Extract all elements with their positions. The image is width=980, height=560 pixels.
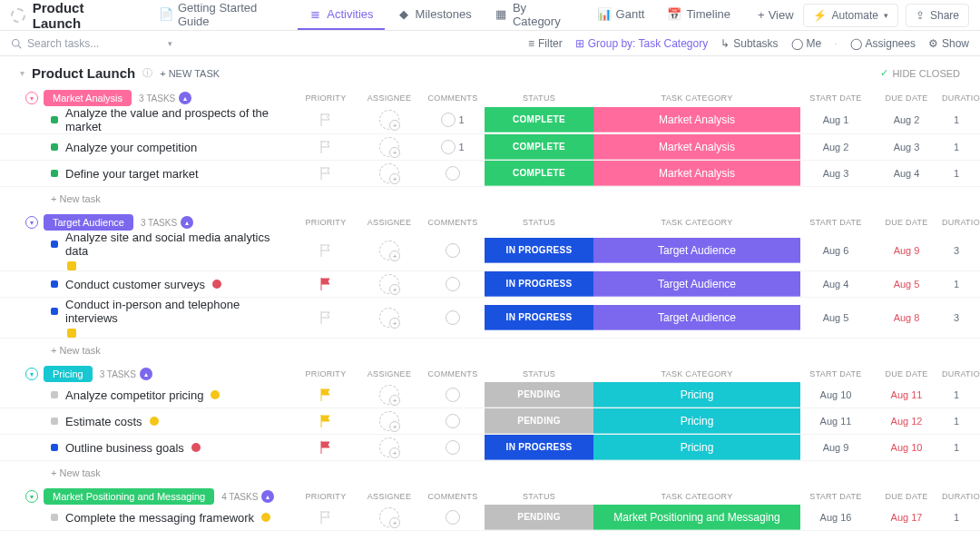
status-pill[interactable]: IN PROGRESS — [485, 271, 593, 297]
task-row[interactable]: Analyze site and social media analytics … — [0, 231, 980, 271]
priority-cell[interactable] — [294, 107, 358, 133]
task-row[interactable]: Analyze your competition1COMPLETEMarket … — [0, 134, 980, 161]
status-pill[interactable]: COMPLETE — [485, 161, 593, 186]
new-task-row[interactable]: + New task — [0, 461, 980, 485]
sort-icon[interactable]: ▴ — [261, 490, 274, 503]
info-icon[interactable]: ⓘ — [142, 66, 152, 80]
due-date-cell[interactable]: Aug 12 — [871, 408, 942, 434]
assignee-cell[interactable] — [358, 408, 421, 434]
due-date-cell[interactable]: Aug 2 — [871, 107, 942, 133]
col-priority[interactable]: PRIORITY — [294, 93, 358, 103]
category-pill[interactable]: Market Analysis — [593, 107, 800, 133]
col-status[interactable]: STATUS — [485, 218, 593, 227]
col-comments[interactable]: COMMENTS — [421, 93, 485, 103]
due-date-cell[interactable]: Aug 17 — [871, 505, 942, 530]
group-name-pill[interactable]: Market Positioning and Messaging — [44, 488, 214, 505]
col-due-date[interactable]: DUE DATE — [871, 369, 942, 378]
duration-cell[interactable]: 1 — [942, 161, 980, 186]
assignee-cell[interactable] — [358, 271, 421, 297]
new-task-row[interactable]: + New task — [0, 187, 980, 211]
col-task-category[interactable]: TASK CATEGORY — [593, 93, 800, 103]
collapse-icon[interactable]: ▾ — [25, 368, 38, 380]
category-pill[interactable]: Market Analysis — [593, 134, 800, 160]
tab-activities[interactable]: ≣Activities — [298, 0, 384, 30]
category-pill[interactable]: Pricing — [593, 382, 800, 408]
assignee-cell[interactable] — [358, 238, 421, 263]
filter-button[interactable]: ≡Filter — [528, 37, 563, 50]
category-pill[interactable]: Target Audience — [593, 305, 800, 330]
collapse-icon[interactable]: ▾ — [25, 490, 38, 503]
col-duration[interactable]: DURATIO — [942, 492, 980, 501]
col-start-date[interactable]: START DATE — [800, 93, 871, 103]
category-pill[interactable]: Target Audience — [593, 271, 800, 297]
priority-cell[interactable] — [294, 271, 358, 297]
status-pill[interactable]: IN PROGRESS — [485, 435, 593, 460]
tab-gantt[interactable]: 📊Gantt — [587, 0, 656, 30]
task-row[interactable]: Analyze competitor pricingPENDINGPricing… — [0, 382, 980, 408]
sort-icon[interactable]: ▴ — [181, 216, 193, 229]
start-date-cell[interactable]: Aug 1 — [800, 107, 871, 133]
assignee-cell[interactable] — [358, 107, 421, 133]
comments-cell[interactable] — [421, 305, 485, 330]
status-pill[interactable]: IN PROGRESS — [485, 305, 593, 330]
group-name-pill[interactable]: Pricing — [44, 366, 93, 382]
col-status[interactable]: STATUS — [485, 492, 593, 501]
collapse-icon[interactable]: ▾ — [25, 216, 38, 229]
search-input[interactable]: Search tasks... ▾ — [11, 37, 528, 50]
collapse-icon[interactable]: ▾ — [25, 92, 38, 104]
col-comments[interactable]: COMMENTS — [421, 218, 485, 227]
subtasks-button[interactable]: ↳Subtasks — [720, 37, 778, 50]
assignee-cell[interactable] — [358, 435, 421, 460]
category-pill[interactable]: Market Analysis — [593, 161, 800, 186]
duration-cell[interactable]: 3 — [942, 238, 980, 263]
col-duration[interactable]: DURATIO — [942, 93, 980, 103]
status-pill[interactable]: PENDING — [485, 382, 593, 408]
add-view-button[interactable]: + View — [749, 1, 803, 29]
status-pill[interactable]: COMPLETE — [485, 107, 593, 133]
priority-cell[interactable] — [294, 408, 358, 434]
comments-cell[interactable] — [421, 435, 485, 460]
start-date-cell[interactable]: Aug 11 — [800, 408, 871, 434]
task-row[interactable]: Complete the messaging frameworkPENDINGM… — [0, 505, 980, 531]
status-pill[interactable]: PENDING — [485, 408, 593, 434]
col-comments[interactable]: COMMENTS — [421, 369, 485, 378]
start-date-cell[interactable]: Aug 4 — [800, 271, 871, 297]
duration-cell[interactable]: 1 — [942, 107, 980, 133]
comments-cell[interactable]: 1 — [421, 107, 485, 133]
due-date-cell[interactable]: Aug 11 — [871, 382, 942, 408]
priority-cell[interactable] — [294, 505, 358, 530]
sort-icon[interactable]: ▴ — [179, 92, 191, 104]
tab-getting-started-guide[interactable]: 📄Getting Started Guide — [149, 0, 296, 37]
task-row[interactable]: Conduct in-person and telephone intervie… — [0, 298, 980, 339]
duration-cell[interactable]: 1 — [942, 382, 980, 408]
category-pill[interactable]: Market Positioning and Messaging — [593, 505, 800, 530]
due-date-cell[interactable]: Aug 10 — [871, 435, 942, 460]
col-priority[interactable]: PRIORITY — [294, 369, 358, 378]
col-task-category[interactable]: TASK CATEGORY — [593, 369, 800, 378]
col-priority[interactable]: PRIORITY — [294, 218, 358, 227]
due-date-cell[interactable]: Aug 4 — [871, 161, 942, 186]
task-row[interactable]: Conduct customer surveysIN PROGRESSTarge… — [0, 271, 980, 298]
col-comments[interactable]: COMMENTS — [421, 492, 485, 501]
task-row[interactable]: Analyze the value and prospects of the m… — [0, 106, 980, 134]
col-assignee[interactable]: ASSIGNEE — [358, 369, 421, 378]
col-due-date[interactable]: DUE DATE — [871, 218, 942, 227]
new-task-row[interactable]: + New task — [0, 339, 980, 362]
tab-by-category[interactable]: ▦By Category — [485, 0, 585, 37]
me-button[interactable]: ◯Me — [791, 37, 822, 50]
due-date-cell[interactable]: Aug 9 — [871, 238, 942, 263]
col-assignee[interactable]: ASSIGNEE — [358, 93, 421, 103]
assignee-cell[interactable] — [358, 505, 421, 530]
start-date-cell[interactable]: Aug 9 — [800, 435, 871, 460]
due-date-cell[interactable]: Aug 3 — [871, 134, 942, 160]
start-date-cell[interactable]: Aug 10 — [800, 382, 871, 408]
duration-cell[interactable]: 3 — [942, 305, 980, 330]
status-pill[interactable]: PENDING — [485, 505, 593, 530]
col-due-date[interactable]: DUE DATE — [871, 492, 942, 501]
comments-cell[interactable] — [421, 408, 485, 434]
duration-cell[interactable]: 1 — [942, 505, 980, 530]
duration-cell[interactable]: 1 — [942, 408, 980, 434]
duration-cell[interactable]: 1 — [942, 435, 980, 460]
col-start-date[interactable]: START DATE — [800, 369, 871, 378]
task-row[interactable]: Estimate costsPENDINGPricingAug 11Aug 12… — [0, 408, 980, 435]
